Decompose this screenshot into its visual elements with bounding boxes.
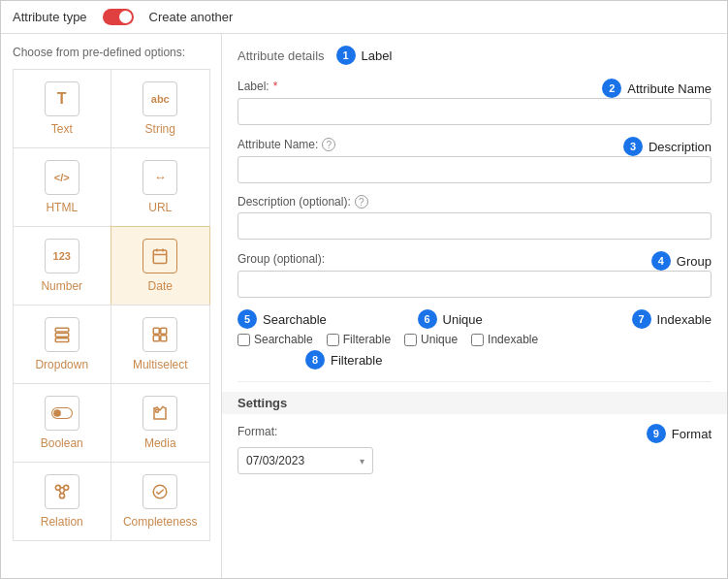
format-select[interactable]: 07/03/2023 ▾: [237, 447, 373, 474]
settings-header: Settings: [222, 392, 727, 414]
type-cell-number[interactable]: 123 Number: [13, 226, 112, 306]
attr-details-header: Attribute details 1 Label: [237, 46, 712, 65]
svg-rect-10: [161, 335, 167, 340]
svg-rect-9: [154, 335, 160, 340]
annotation-text-1: Label: [362, 48, 393, 63]
svg-point-14: [55, 485, 60, 490]
annotation-text-5: Searchable: [263, 312, 327, 327]
filterable-checkbox-label[interactable]: Filterable: [327, 333, 391, 346]
annotation-bubble-1: 1: [336, 46, 356, 65]
searchable-checkbox[interactable]: [237, 334, 250, 346]
filterable-checkbox[interactable]: [327, 334, 339, 346]
annotation-text-4: Group: [677, 254, 712, 269]
description-form-group: Description (optional): ?: [237, 195, 712, 240]
settings-section: Settings Format: 9 Format: [237, 381, 712, 474]
left-panel-title: Choose from pre-defined options:: [13, 46, 209, 59]
annotation-bubble-2: 2: [602, 79, 621, 98]
description-input[interactable]: [237, 212, 712, 240]
annotation-text-6: Unique: [443, 312, 483, 327]
format-select-button[interactable]: 07/03/2023 ▾: [237, 447, 373, 474]
type-icon-url: ↔: [142, 160, 177, 195]
group-input[interactable]: [237, 271, 712, 298]
unique-label: Unique: [421, 333, 458, 346]
type-cell-dropdown[interactable]: Dropdown: [13, 305, 112, 384]
svg-point-13: [156, 409, 159, 412]
annotation-bubble-7: 7: [632, 309, 651, 329]
annotation-text-7: Indexable: [657, 312, 712, 327]
annotation-bubble-4: 4: [651, 251, 671, 271]
type-icon-date: [142, 239, 177, 273]
type-cell-boolean[interactable]: Boolean: [13, 383, 112, 463]
indexable-checkbox-label[interactable]: Indexable: [471, 333, 538, 346]
type-cell-url[interactable]: ↔ URL: [111, 147, 210, 227]
type-icon-media: [142, 396, 177, 431]
type-cell-text[interactable]: T Text: [13, 69, 112, 148]
indexable-checkbox[interactable]: [471, 334, 484, 346]
svg-rect-7: [154, 328, 160, 334]
svg-rect-5: [55, 333, 69, 337]
section-title: Attribute details: [237, 48, 325, 63]
annotation-bubble-8: 8: [305, 350, 325, 370]
annotation-bubble-5: 5: [237, 309, 257, 329]
type-label-boolean: Boolean: [41, 436, 83, 450]
type-cell-html[interactable]: </> HTML: [13, 147, 112, 227]
type-label-string: String: [145, 122, 175, 136]
attribute-name-help-icon[interactable]: ?: [322, 138, 335, 151]
create-another-label: Create another: [149, 10, 234, 24]
annotation-bubble-6: 6: [418, 309, 437, 329]
attribute-name-input[interactable]: [237, 156, 712, 183]
attribute-type-label: Attribute type: [13, 10, 87, 24]
checkboxes-section: 5 Searchable 6 Unique 7 Indexable: [237, 309, 712, 370]
svg-line-19: [63, 489, 65, 493]
type-label-relation: Relation: [41, 515, 83, 529]
main-content: Choose from pre-defined options: T Text …: [1, 34, 727, 578]
type-cell-completeness[interactable]: Completeness: [111, 462, 210, 541]
type-label-dropdown: Dropdown: [35, 358, 88, 371]
toggle-thumb: [119, 11, 132, 23]
left-panel: Choose from pre-defined options: T Text …: [1, 34, 222, 578]
attribute-name-label: Attribute Name: ?: [237, 138, 335, 151]
annotation-bubble-9: 9: [647, 424, 666, 443]
searchable-label: Searchable: [254, 333, 313, 346]
svg-rect-4: [55, 328, 69, 332]
type-icon-string: abc: [142, 81, 177, 116]
searchable-checkbox-label[interactable]: Searchable: [237, 333, 313, 346]
svg-line-18: [59, 489, 61, 493]
annotation-text-8: Filterable: [331, 353, 382, 368]
type-icon-multiselect: [142, 317, 177, 352]
type-cell-relation[interactable]: Relation: [13, 462, 112, 541]
svg-rect-6: [55, 338, 69, 341]
filterable-label: Filterable: [343, 333, 391, 346]
unique-checkbox[interactable]: [404, 334, 417, 346]
type-cell-multiselect[interactable]: Multiselect: [111, 305, 210, 384]
type-label-media: Media: [144, 436, 176, 450]
type-icon-boolean: [45, 396, 79, 431]
type-label-text: Text: [51, 122, 73, 136]
unique-checkbox-label[interactable]: Unique: [404, 333, 458, 346]
type-label-number: Number: [41, 279, 82, 293]
type-cell-date[interactable]: Date: [111, 226, 210, 306]
create-another-toggle[interactable]: [103, 9, 134, 25]
svg-rect-0: [154, 250, 168, 264]
checkboxes-row: Searchable Filterable Unique Indexa: [237, 333, 712, 346]
format-value: 07/03/2023: [246, 454, 304, 467]
label-field-label: Label: *: [237, 80, 277, 93]
annotation-text-3: Description: [649, 140, 712, 154]
format-label: Format:: [237, 425, 277, 438]
right-panel-inner: Attribute details 1 Label Label: *: [237, 46, 712, 474]
type-icon-dropdown: [45, 317, 79, 352]
attribute-name-form-group: Attribute Name: ? 3 Description: [237, 137, 712, 183]
label-input[interactable]: [237, 98, 712, 125]
top-bar: Attribute type Create another: [1, 1, 727, 34]
right-panel: Attribute details 1 Label Label: *: [222, 34, 727, 578]
type-grid: T Text abc String </> HTML ↔ URL: [13, 69, 209, 540]
type-icon-number: 123: [45, 239, 79, 273]
type-cell-media[interactable]: Media: [111, 383, 210, 463]
description-help-icon[interactable]: ?: [355, 195, 368, 209]
description-label: Description (optional): ?: [237, 195, 712, 209]
type-cell-string[interactable]: abc String: [111, 69, 210, 148]
type-label-date: Date: [148, 279, 173, 293]
annotation-text-9: Format: [672, 427, 712, 441]
indexable-label: Indexable: [488, 333, 538, 346]
type-icon-text: T: [45, 81, 79, 116]
